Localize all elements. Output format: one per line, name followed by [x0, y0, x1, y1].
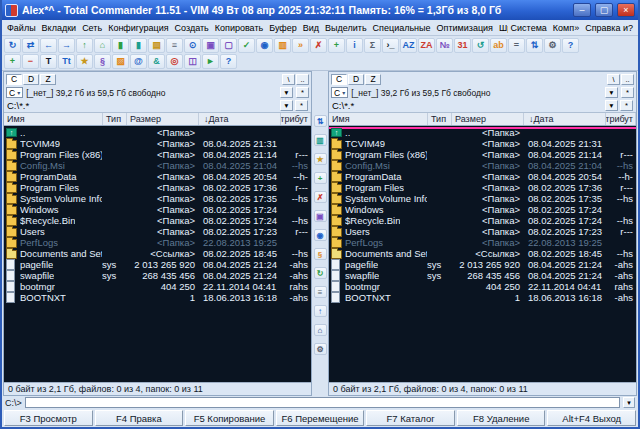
toolbar-delete-icon[interactable]: ✗	[310, 38, 327, 53]
file-row[interactable]: Config.Msi<Папка>08.04.2025 21:04--hs	[4, 160, 311, 171]
file-row[interactable]: swapfilesys268 435 45608.04.2025 21:24-a…	[4, 270, 311, 281]
center-new-item-icon[interactable]: +	[314, 172, 327, 184]
toolbar-help-icon[interactable]: ?	[562, 38, 579, 53]
menu-item[interactable]: Файлы	[4, 22, 39, 34]
root-dir-button[interactable]: \	[282, 74, 295, 85]
column-header[interactable]: Имя	[329, 113, 428, 125]
menu-item[interactable]: Шрифт	[496, 22, 508, 34]
toolbar-sort-za-icon[interactable]: ZA	[418, 38, 435, 53]
column-header[interactable]: Тип	[103, 113, 127, 125]
center-parent-dir-icon[interactable]: ↑	[314, 305, 327, 317]
toolbar-help-2-icon[interactable]: ?	[220, 54, 237, 69]
minimize-button[interactable]: –	[573, 3, 591, 17]
center-root-dir-icon[interactable]: ⌂	[314, 324, 327, 336]
toolbar-folders-icon[interactable]: ▤	[148, 38, 165, 53]
file-row[interactable]: ..<Папка>	[4, 127, 311, 138]
file-row[interactable]: bootmgr404 25022.11.2014 04:41rahs	[329, 281, 636, 292]
menu-item[interactable]: Копировать	[212, 22, 266, 34]
center-copy-to-clipboard-icon[interactable]: ▥	[314, 134, 327, 146]
file-row[interactable]: System Volume Information<Папка>08.02.20…	[329, 193, 636, 204]
drive-button-d[interactable]: D	[348, 74, 364, 85]
column-header[interactable]: Размер	[452, 113, 524, 125]
favorites-button[interactable]: *	[620, 100, 633, 111]
toolbar-multi-rename-icon[interactable]: ab	[490, 38, 507, 53]
center-view-icon[interactable]: ◉	[314, 229, 327, 241]
toolbar-tree-view-icon[interactable]: ≡	[166, 38, 183, 53]
function-key-button[interactable]: F4 Правка	[95, 410, 184, 426]
function-key-button[interactable]: F3 Просмотр	[4, 410, 93, 426]
maximize-button[interactable]: ▢	[595, 3, 613, 17]
menu-item[interactable]: Сеть	[79, 22, 105, 34]
function-key-button[interactable]: Alt+F4 Выход	[547, 410, 636, 426]
file-row[interactable]: $Recycle.Bin<Папка>08.02.2025 17:24--hs	[4, 215, 311, 226]
toolbar-calculate-icon[interactable]: Σ	[364, 38, 381, 53]
file-row[interactable]: bootmgr404 25022.11.2014 04:41rahs	[4, 281, 311, 292]
menu-item[interactable]: Вид	[300, 22, 322, 34]
command-history-dropdown[interactable]: ▾	[623, 397, 635, 408]
file-row[interactable]: Documents and Settings<Ссылка>08.02.2025…	[4, 248, 311, 259]
menu-item[interactable]: Выделить	[322, 22, 370, 34]
file-row[interactable]: Program Files<Папка>08.02.2025 17:36r---	[4, 182, 311, 193]
column-header[interactable]: Имя	[4, 113, 103, 125]
menu-item[interactable]: Оптимизация	[434, 22, 496, 34]
center-notes-icon[interactable]: §	[314, 248, 327, 260]
path-history-button[interactable]: ▾	[280, 100, 293, 111]
file-row[interactable]: swapfilesys268 435 45608.04.2025 21:24-a…	[329, 270, 636, 281]
history-button[interactable]: ▾	[605, 87, 618, 98]
command-input[interactable]	[25, 397, 620, 408]
toolbar-forward-icon[interactable]: →	[58, 38, 75, 53]
toolbar-network-icon[interactable]: ⇅	[526, 38, 543, 53]
function-key-button[interactable]: F8 Удаление	[457, 410, 546, 426]
file-row[interactable]: Windows<Папка>08.02.2025 17:24	[329, 204, 636, 215]
hotlist-button[interactable]: *	[296, 87, 309, 98]
toolbar-sort-size-icon[interactable]: №	[436, 38, 453, 53]
center-options-icon[interactable]: ⚙	[314, 343, 327, 355]
file-row[interactable]: ..<Папка>	[329, 127, 636, 138]
favorites-button[interactable]: *	[295, 100, 308, 111]
drive-button-c[interactable]: C	[6, 74, 22, 85]
toolbar-parent-dir-icon[interactable]: ↑	[76, 38, 93, 53]
toolbar-font-size-icon[interactable]: Tt	[58, 54, 75, 69]
drive-combo[interactable]: C▾	[331, 87, 348, 98]
toolbar-root-dir-icon[interactable]: ⌂	[94, 38, 111, 53]
toolbar-new-folder-icon[interactable]: +	[328, 38, 345, 53]
toolbar-unpack-icon[interactable]: ▢	[220, 38, 237, 53]
current-path[interactable]: C:\*.*	[7, 100, 278, 111]
toolbar-remove-icon[interactable]: −	[22, 54, 39, 69]
column-header[interactable]: Размер	[127, 113, 199, 125]
drive-combo[interactable]: C▾	[6, 87, 23, 98]
file-row[interactable]: Windows<Папка>08.02.2025 17:24	[4, 204, 311, 215]
toolbar-link-icon[interactable]: &	[148, 54, 165, 69]
drive-button-z[interactable]: Z	[40, 74, 56, 85]
toolbar-paragraph-icon[interactable]: §	[94, 54, 111, 69]
toolbar-properties-icon[interactable]: i	[346, 38, 363, 53]
file-row[interactable]: ProgramData<Папка>08.04.2025 20:54--h-	[329, 171, 636, 182]
function-key-button[interactable]: F5 Копирование	[185, 410, 274, 426]
file-row[interactable]: TCVIM49<Папка>08.04.2025 21:31	[329, 138, 636, 149]
center-pack-icon[interactable]: ▣	[314, 210, 327, 222]
history-button[interactable]: ▾	[280, 87, 293, 98]
file-row[interactable]: Program Files (x86)<Папка>08.04.2025 21:…	[4, 149, 311, 160]
file-row[interactable]: PerfLogs<Папка>22.08.2013 19:25	[329, 237, 636, 248]
menu-item[interactable]: Конфигурация	[105, 22, 171, 34]
toolbar-target-icon[interactable]: ◎	[166, 54, 183, 69]
toolbar-sort-date-icon[interactable]: 31	[454, 38, 471, 53]
file-row[interactable]: Config.Msi<Папка>08.04.2025 21:04--hs	[329, 160, 636, 171]
file-row[interactable]: Users<Папка>08.02.2025 17:23r---	[4, 226, 311, 237]
root-dir-button[interactable]: \	[607, 74, 620, 85]
parent-dir-button[interactable]: ..	[296, 74, 309, 85]
menu-item[interactable]: Специальные	[370, 22, 434, 34]
file-row[interactable]: Documents and Settings<Ссылка>08.02.2025…	[329, 248, 636, 259]
menu-item[interactable]: Вкладки	[39, 22, 80, 34]
menu-item[interactable]: Комп»	[550, 22, 582, 34]
toolbar-copy-icon[interactable]: ▥	[274, 38, 291, 53]
toolbar-palette-icon[interactable]: ▨	[112, 54, 129, 69]
file-row[interactable]: System Volume Information<Папка>08.02.20…	[4, 193, 311, 204]
center-sync-panels-icon[interactable]: ⇅	[314, 115, 327, 127]
center-tree-icon[interactable]: ≡	[314, 286, 327, 298]
toolbar-settings-icon[interactable]: ⚙	[544, 38, 561, 53]
toolbar-sort-az-icon[interactable]: AZ	[400, 38, 417, 53]
menu-item[interactable]: Буфер	[266, 22, 300, 34]
close-button[interactable]: ×	[617, 3, 635, 17]
toolbar-move-icon[interactable]: »	[292, 38, 309, 53]
